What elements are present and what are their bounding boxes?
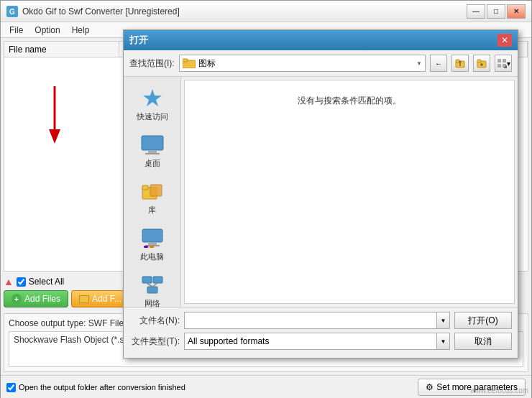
this-pc-label: 此电脑 xyxy=(140,251,164,262)
svg-line-34 xyxy=(147,283,152,287)
svg-rect-29 xyxy=(144,246,148,248)
dialog-overlay: 打开 ✕ 查找范围(I): 图标 ▼ ← xyxy=(1,1,531,397)
library-icon xyxy=(141,180,164,203)
dialog-title-bar: 打开 ✕ xyxy=(124,30,518,50)
filename-dropdown-arrow[interactable]: ▼ xyxy=(436,313,449,328)
dialog-footer: 文件名(N): ▼ 打开(O) 文件类型(T): All supported f… xyxy=(124,307,518,358)
filename-input[interactable] xyxy=(185,314,436,327)
nav-back-button[interactable]: ← xyxy=(430,55,447,72)
open-button[interactable]: 打开(O) xyxy=(454,312,512,329)
svg-rect-20 xyxy=(142,136,163,150)
location-folder-icon xyxy=(183,58,196,68)
location-dropdown-arrow: ▼ xyxy=(416,60,422,67)
sidebar-library[interactable]: 库 xyxy=(127,176,178,220)
svg-rect-14 xyxy=(497,59,501,63)
svg-rect-32 xyxy=(153,277,162,283)
svg-rect-27 xyxy=(148,243,157,245)
svg-rect-24 xyxy=(142,185,148,190)
sidebar-this-pc[interactable]: 此电脑 xyxy=(127,223,178,267)
filetype-text: All supported formats xyxy=(185,336,436,346)
svg-rect-25 xyxy=(150,185,162,196)
svg-rect-31 xyxy=(142,277,152,283)
svg-line-35 xyxy=(152,283,157,287)
network-label: 网络 xyxy=(145,298,160,309)
svg-rect-15 xyxy=(503,59,506,63)
this-pc-icon xyxy=(141,227,164,250)
dialog-sidebar: 快速访问 桌面 xyxy=(124,77,181,307)
svg-rect-33 xyxy=(147,287,157,293)
location-text: 图标 xyxy=(198,57,416,70)
desktop-label: 桌面 xyxy=(145,158,160,169)
sidebar-network[interactable]: 网络 xyxy=(127,269,178,313)
filename-row: 文件名(N): ▼ 打开(O) xyxy=(129,312,512,329)
filename-label: 文件名(N): xyxy=(129,315,180,327)
quick-access-icon xyxy=(141,87,164,110)
sidebar-quick-access[interactable]: 快速访问 xyxy=(127,83,178,126)
dialog-file-area: 没有与搜索条件匹配的项。 xyxy=(184,80,515,304)
desktop-icon xyxy=(141,134,164,157)
svg-rect-5 xyxy=(183,59,188,62)
filetype-label: 文件类型(T): xyxy=(129,335,180,348)
svg-rect-11 xyxy=(477,60,481,63)
filetype-row: 文件类型(T): All supported formats ▼ 取消 xyxy=(129,333,512,350)
svg-rect-26 xyxy=(142,229,162,242)
network-icon xyxy=(141,274,164,297)
svg-rect-16 xyxy=(497,64,501,68)
filetype-dropdown-arrow[interactable]: ▼ xyxy=(436,333,449,349)
quick-access-label: 快速访问 xyxy=(137,111,168,122)
dialog-toolbar-label: 查找范围(I): xyxy=(129,57,175,70)
svg-rect-22 xyxy=(145,153,160,154)
library-label: 库 xyxy=(148,205,156,216)
sidebar-desktop[interactable]: 桌面 xyxy=(127,129,178,173)
svg-rect-30 xyxy=(150,246,154,248)
no-match-message: 没有与搜索条件匹配的项。 xyxy=(298,95,401,107)
dialog-toolbar: 查找范围(I): 图标 ▼ ← xyxy=(124,50,518,77)
app-window: G Okdo Gif to Swf Converter [Unregistere… xyxy=(0,0,532,398)
cancel-button[interactable]: 取消 xyxy=(454,333,512,350)
nav-view-button[interactable]: ▾ xyxy=(495,55,512,72)
filetype-select[interactable]: All supported formats ▼ xyxy=(184,333,450,350)
svg-rect-7 xyxy=(456,60,459,63)
open-dialog: 打开 ✕ 查找范围(I): 图标 ▼ ← xyxy=(123,29,518,358)
dialog-body: 快速访问 桌面 xyxy=(124,77,518,307)
dialog-title: 打开 xyxy=(129,34,148,47)
location-select[interactable]: 图标 ▼ xyxy=(179,55,426,72)
nav-up-button[interactable] xyxy=(451,55,469,72)
nav-new-folder-button[interactable] xyxy=(473,55,490,72)
svg-marker-19 xyxy=(143,89,162,106)
filename-select[interactable]: ▼ xyxy=(184,312,450,329)
dialog-close-button[interactable]: ✕ xyxy=(497,34,512,47)
